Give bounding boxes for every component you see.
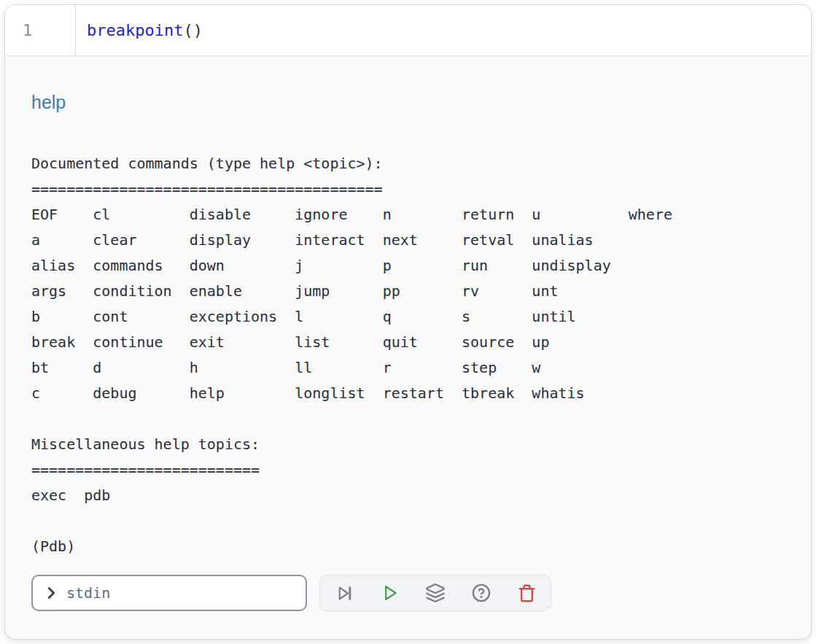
help-circle-icon	[471, 583, 491, 603]
code-token-builtin: breakpoint	[87, 21, 183, 39]
console-text: Documented commands (type help <topic>):…	[31, 151, 785, 559]
code-runner-panel: 1 breakpoint() help Documented commands …	[4, 4, 812, 640]
code-line[interactable]: breakpoint()	[76, 21, 203, 39]
run-button[interactable]	[380, 583, 400, 603]
editor-gutter: 1	[5, 5, 76, 55]
stdin-input[interactable]	[66, 584, 297, 602]
controls-bar	[5, 575, 811, 639]
clear-button[interactable]	[516, 583, 537, 603]
chevron-right-icon	[43, 585, 59, 601]
help-button[interactable]	[471, 583, 491, 603]
debug-toolbar	[319, 575, 551, 611]
code-token-parens: ()	[183, 21, 203, 39]
stack-button[interactable]	[425, 583, 446, 603]
code-editor: 1 breakpoint()	[5, 5, 811, 56]
skip-forward-icon	[335, 583, 354, 603]
play-icon	[380, 583, 400, 603]
trash-icon	[517, 583, 537, 603]
step-button[interactable]	[334, 583, 354, 603]
command-echo: help	[31, 90, 785, 115]
stdin-box[interactable]	[31, 575, 307, 611]
console-output: help Documented commands (type help <top…	[5, 56, 811, 575]
line-number: 1	[23, 21, 32, 39]
layers-icon	[425, 583, 446, 603]
